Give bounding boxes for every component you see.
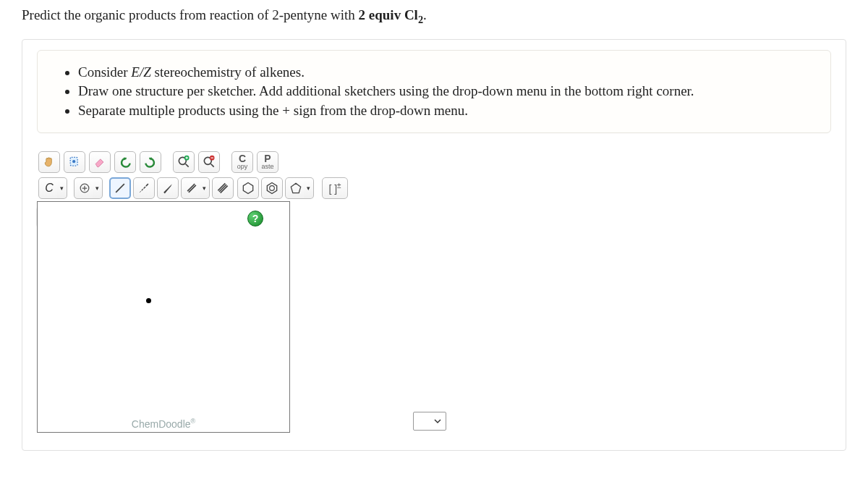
plus-circle-icon xyxy=(77,181,92,195)
zoom-in-icon xyxy=(176,155,191,169)
svg-line-11 xyxy=(142,189,143,190)
copy-button[interactable]: C opy xyxy=(231,151,253,173)
zoom-out-button[interactable] xyxy=(198,151,220,173)
lasso-icon xyxy=(67,155,82,169)
double-bond-dropdown[interactable]: ▾ xyxy=(200,177,210,199)
svg-point-1 xyxy=(72,160,75,163)
svg-marker-20 xyxy=(267,182,276,193)
instruction-item: Separate multiple products using the + s… xyxy=(78,101,810,120)
question-bold: 2 equiv Cl2 xyxy=(359,7,423,22)
paste-label-bot: aste xyxy=(261,164,273,170)
workspace-panel: Consider E/Z stereochemistry of alkenes.… xyxy=(22,39,846,451)
copy-label-bot: opy xyxy=(237,164,248,170)
svg-line-12 xyxy=(144,187,146,189)
sketcher-canvas[interactable]: ? ChemDoodle® xyxy=(37,201,290,433)
element-dropdown[interactable]: ▾ xyxy=(57,177,67,199)
redo-button[interactable] xyxy=(140,151,161,173)
cyclohexane-button[interactable] xyxy=(237,177,259,199)
atom-placeholder[interactable] xyxy=(146,298,151,303)
svg-line-6 xyxy=(211,164,214,166)
svg-line-3 xyxy=(186,164,189,166)
instructions-panel: Consider E/Z stereochemistry of alkenes.… xyxy=(37,50,831,133)
question-text: Predict the organic products from reacti… xyxy=(22,7,846,26)
toolbar-main: C opy P aste xyxy=(37,149,446,175)
double-bond-icon xyxy=(184,181,199,195)
redo-icon xyxy=(143,155,158,169)
recessed-bond-icon xyxy=(137,181,151,195)
pentagon-icon xyxy=(289,181,303,195)
pan-button[interactable] xyxy=(38,151,60,173)
paste-button[interactable]: P aste xyxy=(257,151,278,173)
svg-marker-19 xyxy=(243,182,252,193)
question-suffix: . xyxy=(423,7,427,22)
zoom-in-button[interactable] xyxy=(173,151,195,173)
paste-label-top: P xyxy=(264,153,271,164)
instruction-item: Consider E/Z stereochemistry of alkenes. xyxy=(78,63,810,82)
eraser-icon xyxy=(93,155,107,169)
triple-bond-button[interactable] xyxy=(212,177,234,199)
svg-line-13 xyxy=(146,184,148,186)
sketcher-widget: Visited xyxy=(37,149,446,433)
erase-button[interactable] xyxy=(89,151,111,173)
instruction-item: Draw one structure per sketcher. Add add… xyxy=(78,82,810,101)
svg-point-21 xyxy=(270,185,275,190)
copy-label-top: C xyxy=(239,153,246,164)
undo-button[interactable] xyxy=(114,151,136,173)
benzene-button[interactable] xyxy=(261,177,283,199)
add-sketcher-dropdown[interactable] xyxy=(413,412,446,431)
recessed-bond-button[interactable] xyxy=(133,177,155,199)
charge-label: [ ]± xyxy=(328,182,341,195)
svg-line-10 xyxy=(140,191,141,192)
single-bond-icon xyxy=(113,181,127,195)
charge-button[interactable]: [ ]± xyxy=(322,177,348,199)
wedge-bond-button[interactable] xyxy=(157,177,179,199)
toolbar-bonds: C ▾ ▾ xyxy=(37,175,446,201)
single-bond-button[interactable] xyxy=(109,177,131,199)
benzene-icon xyxy=(265,181,279,195)
svg-line-9 xyxy=(116,184,124,192)
increment-dropdown[interactable]: ▾ xyxy=(93,177,103,199)
undo-icon xyxy=(118,155,132,169)
zoom-out-icon xyxy=(202,155,216,169)
hexagon-icon xyxy=(241,181,255,195)
other-ring-dropdown[interactable]: ▾ xyxy=(304,177,314,199)
select-button[interactable] xyxy=(64,151,85,173)
question-prefix: Predict the organic products from reacti… xyxy=(22,7,359,22)
chemdoodle-brand: ChemDoodle® xyxy=(38,418,289,430)
hand-icon xyxy=(42,155,56,169)
chevron-down-icon xyxy=(434,418,441,424)
help-button[interactable]: ? xyxy=(247,211,263,226)
triple-bond-icon xyxy=(216,181,230,195)
wedge-bond-icon xyxy=(161,181,175,195)
svg-marker-22 xyxy=(291,183,300,192)
